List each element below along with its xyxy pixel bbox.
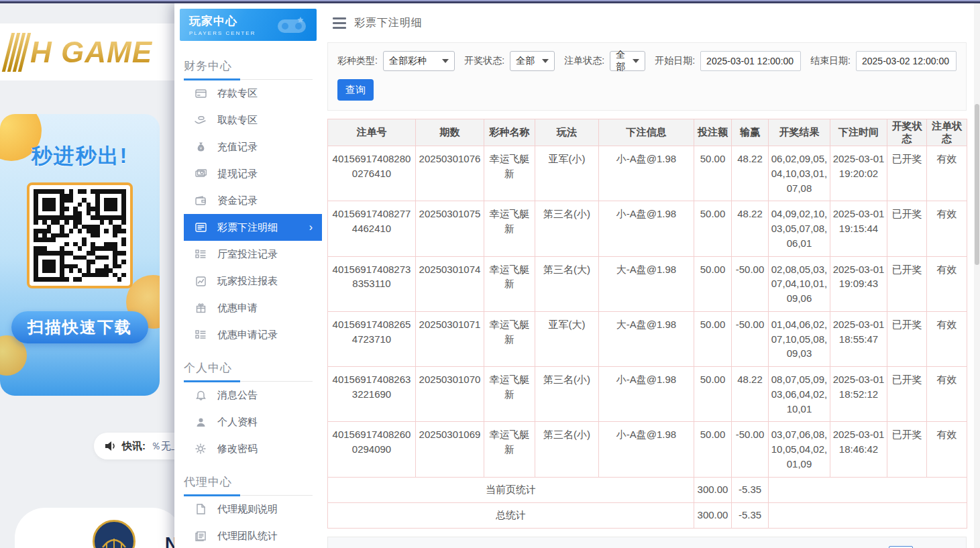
draw-status-label: 开奖状态:: [464, 55, 504, 67]
summary-label: 总统计: [328, 502, 694, 528]
column-header: 下注时间: [830, 119, 887, 146]
sidebar-item[interactable]: 代理规则说明: [174, 496, 322, 523]
sidebar-item-label: 彩票下注明细: [217, 221, 278, 234]
sidebar-item[interactable]: 修改密码: [174, 435, 322, 462]
sidebar-item[interactable]: 玩家投注报表: [174, 268, 322, 294]
sidebar-item[interactable]: 资金记录: [174, 187, 322, 214]
draw-status-select[interactable]: 全部: [510, 51, 555, 71]
table-cell: 幸运飞艇新: [484, 311, 535, 366]
table-cell: 20250301071: [416, 311, 484, 366]
table-cell: 2025-03-01 19:15:44: [830, 201, 887, 256]
column-header: 玩法: [535, 119, 599, 146]
sidebar-item[interactable]: 代理团队统计: [174, 523, 322, 548]
sidebar-item-label: 取款专区: [217, 114, 258, 127]
end-date-input[interactable]: [856, 51, 957, 71]
sidebar-banner: 玩家中心 PLAYERS CENTER: [180, 9, 317, 41]
sidebar-item[interactable]: 彩票下注明细›: [184, 214, 322, 241]
table-cell: 401569174082738353110: [328, 256, 416, 311]
query-button[interactable]: 查询: [337, 79, 374, 101]
chart-report-icon: [195, 275, 207, 287]
sidebar-item-label: 代理团队统计: [217, 530, 278, 543]
sidebar-item-label: 玩家投注报表: [217, 275, 278, 288]
main-content: 彩票下注明细 彩种类型: 全部彩种 开奖状态: 全部 注单状态: 全部: [322, 3, 980, 548]
section-title: 财务中心: [174, 52, 322, 79]
table-cell: 已开奖: [887, 256, 927, 311]
page-title: 彩票下注明细: [354, 16, 423, 30]
speaker-icon: [105, 441, 117, 451]
user-icon: [195, 416, 207, 428]
table-row: 40156917408277446241020250301075幸运飞艇新第三名…: [328, 201, 967, 256]
column-header: 期数: [416, 119, 484, 146]
table-cell: 第三名(小): [535, 201, 599, 256]
team-logo: [93, 520, 135, 548]
end-date-label: 结束日期:: [810, 55, 851, 67]
table-cell: 已开奖: [887, 146, 927, 201]
bet-list-icon: [195, 221, 207, 233]
summary-empty: [769, 502, 967, 528]
table-cell: 2025-03-01 18:55:47: [830, 311, 887, 366]
sidebar-item-label: 资金记录: [217, 195, 258, 207]
sidebar-item[interactable]: 优惠申请记录: [174, 321, 322, 348]
table-cell: 20250301070: [416, 367, 484, 422]
sidebar-item-label: 厅室投注记录: [217, 248, 278, 261]
sidebar-item[interactable]: 取款专区: [174, 107, 322, 133]
summary-bet-total: 300.00: [694, 502, 732, 528]
table-cell: 亚军(大): [535, 311, 599, 366]
table-cell: 小-A盘@1.98: [599, 367, 694, 422]
order-status-label: 注单状态:: [564, 55, 604, 67]
table-cell: 50.00: [694, 367, 732, 422]
scrollbar-track[interactable]: [974, 3, 980, 548]
background-page: H GAME 秒进秒出! 扫描快速下载 快讯: ％无上 N: [0, 3, 176, 548]
table-cell: 第三名(小): [535, 422, 599, 477]
records-grid-icon: [195, 329, 207, 341]
sidebar-item[interactable]: 消息公告: [174, 382, 322, 408]
gamepad-icon: [276, 15, 307, 36]
table-cell: 有效: [927, 201, 967, 256]
column-header: 注单状态: [927, 119, 967, 146]
lottery-type-select[interactable]: 全部彩种: [383, 51, 455, 71]
sidebar-item-label: 个人资料: [217, 416, 258, 429]
table-cell: 小-A盘@1.98: [599, 201, 694, 256]
sidebar-item[interactable]: 个人资料: [174, 408, 322, 435]
summary-label: 当前页统计: [328, 477, 694, 502]
column-header: 注单号: [328, 119, 416, 146]
chevron-down-icon: [542, 59, 549, 63]
table-cell: 大-A盘@1.98: [599, 311, 694, 366]
table-cell: 有效: [927, 146, 967, 201]
column-header: 输赢: [732, 119, 769, 146]
table-row: 40156917408260029409020250301069幸运飞艇新第三名…: [328, 422, 967, 477]
sidebar-item[interactable]: 优惠申请: [174, 294, 322, 321]
table-row: 40156917408280027641020250301076幸运飞艇新亚军(…: [328, 146, 967, 201]
table-cell: 有效: [927, 422, 967, 477]
logo-bars-icon: [2, 33, 31, 72]
table-cell: -50.00: [732, 311, 769, 366]
sidebar-item[interactable]: 存款专区: [174, 80, 322, 107]
sidebar-item-label: 优惠申请记录: [217, 329, 278, 341]
summary-win-total: -5.35: [732, 502, 769, 528]
menu-toggle-icon[interactable]: [333, 17, 346, 29]
summary-row: 总统计300.00-5.35: [328, 502, 967, 528]
sidebar-item[interactable]: 厅室投注记录: [174, 241, 322, 268]
content-area: 彩种类型: 全部彩种 开奖状态: 全部 注单状态: 全部 开始日期: 结束日期:: [322, 42, 980, 548]
table-cell: 401569174082633221690: [328, 367, 416, 422]
order-status-select[interactable]: 全部: [610, 51, 645, 71]
table-cell: -50.00: [732, 256, 769, 311]
table-cell: 已开奖: [887, 367, 927, 422]
summary-bet-total: 300.00: [694, 477, 732, 502]
summary-win-total: -5.35: [732, 477, 769, 502]
top-window-strip: [0, 0, 980, 3]
page-jump-input[interactable]: [889, 546, 913, 548]
sidebar-section: 财务中心存款专区取款专区¥充值记录提现记录资金记录彩票下注明细›厅室投注记录玩家…: [174, 46, 322, 348]
records-grid-icon: [195, 248, 207, 260]
download-button[interactable]: 扫描快速下载: [11, 311, 148, 343]
scrollbar-thumb[interactable]: [975, 104, 979, 265]
document-icon: [195, 503, 207, 515]
sidebar-section: 代理中心代理规则说明代理团队统计: [174, 462, 322, 548]
sidebar-item[interactable]: 提现记录: [174, 160, 322, 187]
lottery-type-label: 彩种类型:: [337, 55, 378, 67]
table-cell: 幸运飞艇新: [484, 146, 535, 201]
summary-empty: [769, 477, 967, 502]
start-date-input[interactable]: [700, 51, 801, 71]
sidebar-item[interactable]: ¥充值记录: [174, 133, 322, 160]
news-stats-icon: [195, 530, 207, 542]
